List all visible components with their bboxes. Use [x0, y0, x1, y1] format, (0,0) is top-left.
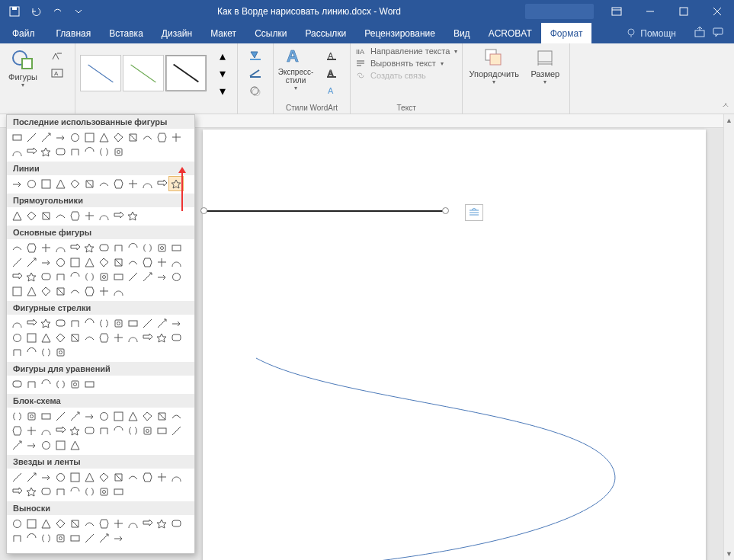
shape-item[interactable] [82, 130, 96, 144]
shape-item[interactable] [39, 255, 53, 269]
curve-shape[interactable] [203, 328, 630, 560]
shape-item[interactable] [97, 331, 111, 344]
shape-item[interactable] [97, 531, 111, 545]
shape-item[interactable] [39, 270, 53, 283]
text-direction-button[interactable]: IIАНаправление текста▾ [355, 46, 457, 56]
shape-item[interactable] [97, 177, 111, 190]
shape-item[interactable] [24, 316, 38, 330]
redo-icon[interactable] [49, 3, 66, 20]
vertical-scrollbar[interactable]: ▲ ▼ [723, 114, 734, 560]
shape-item[interactable] [97, 209, 111, 222]
shape-item[interactable] [126, 209, 139, 222]
shape-item[interactable] [39, 331, 53, 344]
shape-item[interactable] [39, 145, 53, 158]
shape-fill-icon[interactable] [245, 48, 265, 63]
shape-item[interactable] [10, 409, 24, 423]
shape-item[interactable] [24, 130, 38, 144]
shape-item[interactable] [140, 316, 154, 330]
shape-item[interactable] [39, 517, 53, 530]
shape-item[interactable] [97, 517, 111, 530]
shape-item[interactable] [140, 517, 154, 530]
shape-item[interactable] [68, 270, 82, 283]
shape-item[interactable] [68, 377, 82, 391]
shape-item[interactable] [24, 409, 38, 423]
tab-design[interactable]: Дизайн [152, 23, 201, 43]
tab-view[interactable]: Вид [444, 23, 479, 43]
shape-item[interactable] [169, 424, 183, 437]
shape-item[interactable] [169, 470, 183, 484]
shape-item[interactable] [97, 470, 111, 484]
shape-item[interactable] [24, 145, 38, 158]
shape-item[interactable] [68, 209, 82, 222]
shape-item[interactable] [126, 331, 139, 344]
shape-item[interactable] [97, 409, 111, 423]
shape-item[interactable] [39, 345, 53, 359]
shape-item[interactable] [68, 531, 82, 545]
shape-item[interactable] [53, 438, 67, 452]
shape-item[interactable] [68, 424, 82, 437]
gallery-up-icon[interactable]: ▴ [213, 48, 232, 63]
shape-item[interactable] [111, 241, 125, 254]
shape-item[interactable] [39, 209, 53, 222]
shape-item[interactable] [68, 130, 82, 144]
shape-item[interactable] [53, 331, 67, 344]
shape-item[interactable] [82, 209, 96, 222]
shape-item[interactable] [111, 255, 125, 269]
edit-shape-icon[interactable] [47, 48, 67, 63]
shape-item[interactable] [155, 316, 168, 330]
shape-item[interactable] [39, 409, 53, 423]
shape-item[interactable] [68, 438, 82, 452]
shape-item[interactable] [111, 284, 125, 298]
shape-item[interactable] [111, 470, 125, 484]
shape-item[interactable] [126, 130, 139, 144]
shape-item[interactable] [53, 177, 67, 190]
shape-item[interactable] [68, 241, 82, 254]
shape-item[interactable] [155, 424, 168, 437]
shape-item[interactable] [82, 485, 96, 498]
shape-item[interactable] [126, 177, 139, 190]
shape-item[interactable] [82, 424, 96, 437]
undo-icon[interactable] [27, 3, 44, 20]
shapes-dropdown-button[interactable]: Фигуры ▾ [5, 46, 41, 88]
shape-item[interactable] [82, 531, 96, 545]
shape-item[interactable] [111, 485, 125, 498]
shape-item[interactable] [68, 145, 82, 158]
shape-item[interactable] [10, 331, 24, 344]
shape-item[interactable] [53, 255, 67, 269]
shape-item[interactable] [140, 130, 154, 144]
shape-item[interactable] [10, 209, 24, 222]
shape-item[interactable] [140, 270, 154, 283]
shape-item[interactable] [97, 485, 111, 498]
shape-item[interactable] [24, 284, 38, 298]
shape-item[interactable] [24, 270, 38, 283]
shape-item[interactable] [155, 470, 168, 484]
shape-item[interactable] [126, 316, 139, 330]
shape-item[interactable] [24, 531, 38, 545]
shape-item[interactable] [97, 241, 111, 254]
shape-item[interactable] [24, 517, 38, 530]
shape-item[interactable] [140, 241, 154, 254]
shape-item[interactable] [10, 177, 24, 190]
shape-item[interactable] [155, 270, 168, 283]
shape-item[interactable] [53, 470, 67, 484]
shape-item[interactable] [24, 241, 38, 254]
shape-item[interactable] [53, 517, 67, 530]
shape-item[interactable] [97, 130, 111, 144]
shape-item[interactable] [155, 130, 168, 144]
shape-item[interactable] [82, 177, 96, 190]
shape-item[interactable] [10, 145, 24, 158]
shape-item[interactable] [82, 377, 96, 391]
shape-item[interactable] [39, 485, 53, 498]
shape-item[interactable] [82, 409, 96, 423]
shape-item[interactable] [169, 409, 183, 423]
shape-item[interactable] [39, 470, 53, 484]
shape-item[interactable] [53, 531, 67, 545]
shape-item[interactable] [126, 255, 139, 269]
shape-item[interactable] [10, 438, 24, 452]
shape-item[interactable] [68, 517, 82, 530]
save-icon[interactable] [6, 3, 23, 20]
shape-item[interactable] [24, 438, 38, 452]
shape-item[interactable] [97, 145, 111, 158]
shape-item[interactable] [39, 531, 53, 545]
shape-item[interactable] [68, 255, 82, 269]
